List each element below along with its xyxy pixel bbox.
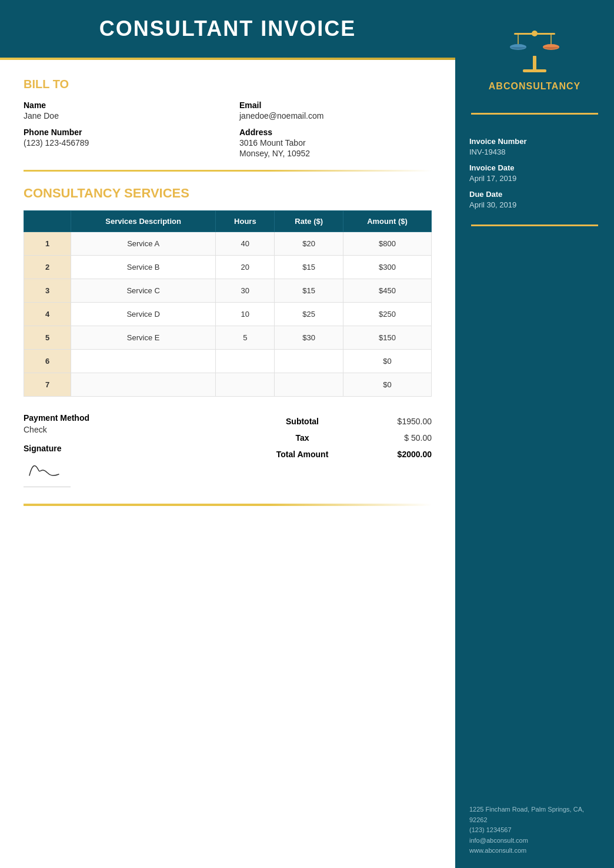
row-desc-5: Service E [71,326,216,350]
main-bottom-spacer [0,506,455,868]
svg-rect-1 [523,69,546,72]
name-value: Jane Doe [24,111,216,120]
row-hours-5: 5 [216,326,275,350]
row-amount-5: $150 [343,326,431,350]
table-row: 4 Service D 10 $25 $250 [24,303,432,326]
contact-phone: (123) 1234567 [469,825,600,836]
total-value: $2000.00 [385,450,432,459]
row-num-7: 7 [24,373,71,397]
subtotal-value: $1950.00 [385,417,432,426]
email-label: Email [239,100,432,110]
contact-address: 1225 Fincham Road, Palm Springs, CA, 922… [469,805,600,825]
table-header-row: Services Description Hours Rate ($) Amou… [24,211,432,232]
row-num-1: 1 [24,232,71,256]
col-hours: Hours [216,211,275,232]
subtotal-label: Subtotal [267,417,338,426]
totals-area: Subtotal $1950.00 Tax $ 50.00 Total Amou… [267,413,432,463]
row-hours-1: 40 [216,232,275,256]
total-amount-row: Total Amount $2000.00 [267,446,432,463]
phone-field: Phone Number (123) 123-456789 [24,128,216,158]
table-row: 6 $0 [24,350,432,373]
row-rate-3: $15 [275,279,343,303]
services-title: CONSULTANCY SERVICES [24,186,432,201]
col-amount: Amount ($) [343,211,431,232]
subtotal-row: Subtotal $1950.00 [267,413,432,430]
table-row: 2 Service B 20 $15 $300 [24,256,432,279]
row-hours-3: 30 [216,279,275,303]
address-line2: Monsey, NY, 10952 [239,149,432,158]
row-hours-7 [216,373,275,397]
sidebar-gold-line-2 [471,224,598,226]
row-rate-2: $15 [275,256,343,279]
row-desc-3: Service C [71,279,216,303]
tax-row: Tax $ 50.00 [267,430,432,446]
email-field: Email janedoe@noemail.com [239,100,432,120]
row-hours-4: 10 [216,303,275,326]
name-label: Name [24,100,216,110]
due-date-value: April 30, 2019 [469,200,600,209]
col-description: Services Description [71,211,216,232]
row-rate-5: $30 [275,326,343,350]
row-hours-2: 20 [216,256,275,279]
address-field: Address 3016 Mount Tabor Monsey, NY, 109… [239,128,432,158]
table-row: 3 Service C 30 $15 $450 [24,279,432,303]
payment-section: Payment Method Check Signature Subtotal … [0,397,455,504]
row-amount-6: $0 [343,350,431,373]
row-desc-4: Service D [71,303,216,326]
invoice-date-label: Invoice Date [469,163,600,172]
invoice-details: Invoice Number INV-19438 Invoice Date Ap… [455,124,614,215]
row-amount-4: $250 [343,303,431,326]
row-rate-7 [275,373,343,397]
row-amount-3: $450 [343,279,431,303]
main-content: CONSULTANT INVOICE BILL TO Name Jane Doe… [0,0,455,868]
col-num [24,211,71,232]
row-desc-1: Service A [71,232,216,256]
row-num-3: 3 [24,279,71,303]
table-row: 5 Service E 5 $30 $150 [24,326,432,350]
row-rate-6 [275,350,343,373]
email-value: janedoe@noemail.com [239,111,432,120]
bill-to-section: BILL TO Name Jane Doe Email janedoe@noem… [0,60,455,170]
row-desc-2: Service B [71,256,216,279]
payment-method-label: Payment Method [24,413,267,423]
tax-label: Tax [267,433,338,443]
row-rate-4: $25 [275,303,343,326]
table-row: 1 Service A 40 $20 $800 [24,232,432,256]
signature-image [24,458,71,487]
row-amount-2: $300 [343,256,431,279]
phone-label: Phone Number [24,128,216,137]
svg-rect-0 [533,56,536,71]
table-row: 7 $0 [24,373,432,397]
invoice-number-label: Invoice Number [469,137,600,146]
row-num-6: 6 [24,350,71,373]
svg-point-8 [532,31,538,36]
sidebar-contact: 1225 Fincham Road, Palm Springs, CA, 922… [455,793,614,868]
scales-icon [505,24,564,76]
company-name-part2: CONSULTANCY [503,81,580,91]
signature-label: Signature [24,444,267,453]
row-num-5: 5 [24,326,71,350]
invoice-date-value: April 17, 2019 [469,174,600,183]
row-rate-1: $20 [275,232,343,256]
page-title: CONSULTANT INVOICE [24,16,432,41]
sidebar: ABCONSULTANCY Invoice Number INV-19438 I… [455,0,614,868]
header-bar: CONSULTANT INVOICE [0,0,455,58]
col-rate: Rate ($) [275,211,343,232]
row-num-4: 4 [24,303,71,326]
address-label: Address [239,128,432,137]
invoice-number-value: INV-19438 [469,148,600,156]
row-amount-1: $800 [343,232,431,256]
phone-value: (123) 123-456789 [24,138,216,148]
name-field: Name Jane Doe [24,100,216,120]
address-line1: 3016 Mount Tabor [239,138,432,148]
row-hours-6 [216,350,275,373]
services-section: CONSULTANCY SERVICES Services Descriptio… [0,172,455,397]
sidebar-logo-area: ABCONSULTANCY [477,0,592,103]
row-num-2: 2 [24,256,71,279]
services-table: Services Description Hours Rate ($) Amou… [24,210,432,397]
row-desc-7 [71,373,216,397]
sidebar-gold-line-1 [471,113,598,115]
total-label: Total Amount [267,450,338,459]
bill-grid: Name Jane Doe Email janedoe@noemail.com … [24,100,432,158]
contact-web: www.abconsult.com [469,846,600,856]
